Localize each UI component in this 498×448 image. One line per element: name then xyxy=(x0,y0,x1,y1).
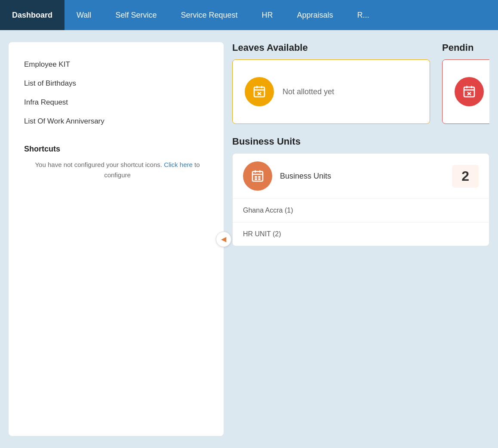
not-allotted-text: Not allotted yet xyxy=(283,87,334,96)
sidebar-collapse-button[interactable]: ◀ xyxy=(216,232,231,247)
leaves-available-section: Leaves Available No xyxy=(232,42,430,124)
shortcuts-configure-link[interactable]: Click here xyxy=(164,161,193,168)
calendar-x-red-icon xyxy=(462,85,476,99)
business-unit-list: Ghana Accra (1) HR UNIT (2) xyxy=(233,199,489,246)
nav-item-more[interactable]: R... xyxy=(345,0,381,30)
pending-card xyxy=(442,59,489,124)
nav-item-hr[interactable]: HR xyxy=(250,0,285,30)
top-navigation: Dashboard Wall Self Service Service Requ… xyxy=(0,0,498,30)
pending-section: Pendin xyxy=(442,42,489,124)
shortcuts-description: You have not configured your shortcut ic… xyxy=(24,160,211,180)
sidebar-item-employee-kit[interactable]: Employee KIT xyxy=(24,55,211,74)
leaves-available-title: Leaves Available xyxy=(232,42,430,53)
shortcuts-title: Shortcuts xyxy=(24,145,211,154)
svg-rect-12 xyxy=(252,171,263,181)
shortcuts-section: Shortcuts You have not configured your s… xyxy=(24,145,211,180)
business-units-card: Business Units 2 Ghana Accra (1) HR UNIT… xyxy=(232,153,489,246)
svg-rect-6 xyxy=(464,87,474,97)
business-unit-item-hr[interactable]: HR UNIT (2) xyxy=(233,222,489,246)
business-units-header: Business Units 2 xyxy=(233,154,489,199)
svg-rect-17 xyxy=(258,176,260,178)
svg-rect-16 xyxy=(255,176,257,178)
leaves-available-card: Not allotted yet xyxy=(232,59,430,124)
nav-item-service-request[interactable]: Service Request xyxy=(169,0,249,30)
sidebar-item-work-anniversary[interactable]: List Of Work Anniversary xyxy=(24,112,211,131)
svg-rect-0 xyxy=(254,87,264,97)
sidebar-item-list-birthdays[interactable]: List of Birthdays xyxy=(24,74,211,93)
sidebar-menu: Employee KIT List of Birthdays Infra Req… xyxy=(24,55,211,131)
nav-item-appraisals[interactable]: Appraisals xyxy=(285,0,345,30)
svg-rect-19 xyxy=(258,178,260,180)
business-units-section: Business Units xyxy=(232,136,489,246)
nav-item-dashboard[interactable]: Dashboard xyxy=(0,0,65,30)
right-panel: Leaves Available No xyxy=(232,42,489,436)
main-layout: ◀ Employee KIT List of Birthdays Infra R… xyxy=(0,30,498,448)
nav-item-self-service[interactable]: Self Service xyxy=(103,0,169,30)
sidebar-item-infra-request[interactable]: Infra Request xyxy=(24,93,211,112)
building-icon xyxy=(251,169,264,183)
business-unit-item-ghana[interactable]: Ghana Accra (1) xyxy=(233,199,489,222)
business-units-title: Business Units xyxy=(232,136,489,147)
business-units-label: Business Units xyxy=(280,172,331,181)
leaves-available-icon-circle xyxy=(245,77,274,106)
sidebar: ◀ Employee KIT List of Birthdays Infra R… xyxy=(9,42,224,436)
calendar-x-icon xyxy=(252,85,266,99)
pending-icon-circle xyxy=(455,77,484,106)
business-units-icon-circle xyxy=(243,161,272,191)
nav-item-wall[interactable]: Wall xyxy=(65,0,103,30)
pending-title: Pendin xyxy=(442,42,489,53)
leaves-section: Leaves Available No xyxy=(232,42,489,124)
business-units-count: 2 xyxy=(452,165,479,188)
chevron-left-icon: ◀ xyxy=(221,235,226,243)
svg-rect-18 xyxy=(255,178,257,180)
